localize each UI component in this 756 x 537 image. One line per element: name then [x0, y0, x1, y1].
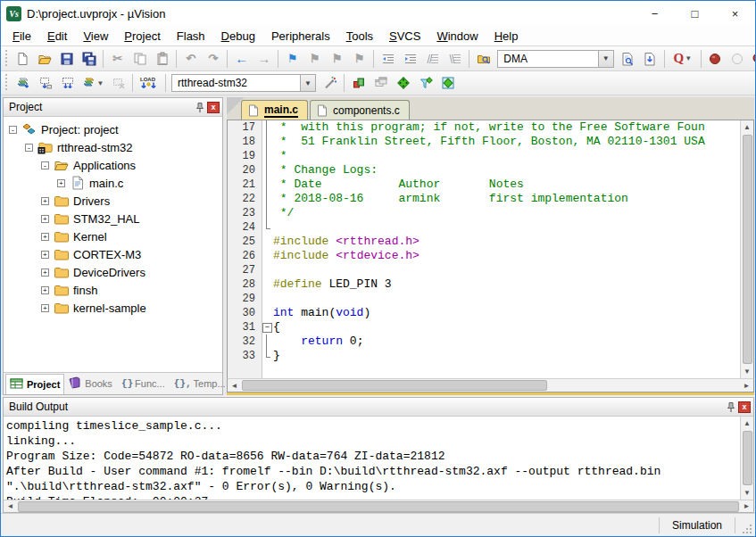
target-combo-value[interactable]: rtthread-stm32 — [172, 77, 300, 89]
code-line[interactable]: 17 * with this program; if not, write to… — [228, 120, 740, 135]
project-panel-close-icon[interactable]: x — [207, 102, 220, 113]
tree-item-kernel[interactable]: + Kernel — [4, 227, 222, 245]
scroll-right-icon[interactable]: ► — [740, 379, 753, 392]
scroll-down-icon[interactable]: ▼ — [741, 365, 754, 378]
search-combo[interactable]: DMA ▼ — [497, 50, 614, 68]
bookmark-toggle-button[interactable]: ⚑ — [281, 48, 303, 69]
code-line[interactable]: 28#define LED_PIN 3 — [228, 277, 740, 292]
tree-item-label[interactable]: kernel-sample — [73, 302, 146, 315]
help-search-button[interactable]: Q▼ — [668, 48, 698, 69]
tree-item-cortex-m3[interactable]: + CORTEX-M3 — [4, 245, 222, 263]
expand-toggle[interactable]: + — [41, 268, 49, 277]
fold-collapse-marker[interactable] — [262, 320, 273, 335]
help-search-dropdown[interactable]: ▼ — [685, 54, 692, 62]
build-output-vertical-scrollbar[interactable]: ▲ ▼ — [740, 417, 753, 500]
code-line[interactable]: 20 * Change Logs: — [228, 163, 740, 178]
menu-peripherals[interactable]: Peripherals — [263, 28, 338, 45]
tree-item-label[interactable]: Applications — [73, 159, 136, 172]
target-options-button[interactable] — [319, 73, 341, 94]
rebuild-button[interactable] — [56, 73, 79, 94]
code-line[interactable]: 31{ — [228, 320, 740, 335]
breakpoint-button[interactable] — [704, 48, 727, 69]
build-button[interactable] — [34, 73, 56, 94]
scroll-up-icon[interactable]: ▲ — [741, 120, 754, 134]
undo-button[interactable]: ↶ — [179, 48, 202, 69]
tree-item-label[interactable]: main.c — [89, 177, 123, 190]
new-file-button[interactable] — [11, 48, 33, 69]
incremental-find-button[interactable] — [639, 48, 661, 69]
expand-toggle[interactable]: - — [9, 126, 17, 134]
code-line[interactable]: 22 * 2018-08-16 armink first implementat… — [228, 192, 740, 206]
expand-toggle[interactable]: + — [41, 286, 49, 294]
menu-svcs[interactable]: SVCS — [381, 28, 428, 45]
tree-item-rtthread-stm32[interactable]: - rtthread-stm32 — [4, 138, 222, 156]
code-line[interactable]: 24 — [228, 220, 740, 235]
scroll-left-icon[interactable]: ◄ — [4, 500, 17, 513]
redo-button[interactable]: ↷ — [202, 48, 224, 69]
open-file-button[interactable] — [33, 48, 55, 69]
tree-item-stm32-hal[interactable]: + STM32_HAL — [4, 210, 222, 227]
find-in-files-button[interactable] — [472, 48, 494, 69]
code-line[interactable]: 29 — [228, 292, 740, 306]
filter-packs-button[interactable] — [414, 73, 436, 94]
nav-forward-button[interactable]: → — [253, 48, 275, 69]
scrollbar-thumb[interactable] — [743, 431, 752, 485]
pin-icon[interactable] — [193, 101, 207, 114]
toolbar-grip[interactable] — [4, 74, 9, 92]
menu-file[interactable]: File — [4, 28, 39, 45]
menu-view[interactable]: View — [75, 28, 116, 45]
code-line[interactable]: 21 * Date Author Notes — [228, 178, 740, 192]
breakpoint-disable-button[interactable] — [727, 48, 749, 69]
cascade-windows-button[interactable] — [370, 73, 392, 94]
expand-toggle[interactable]: + — [41, 197, 49, 205]
target-combo[interactable]: rtthread-stm32 ▼ — [171, 74, 316, 92]
menu-tools[interactable]: Tools — [338, 28, 381, 45]
tree-item-label[interactable]: rtthread-stm32 — [57, 141, 133, 154]
code-area[interactable]: 17 * with this program; if not, write to… — [228, 120, 740, 378]
tab-project[interactable]: Project — [5, 374, 64, 394]
tab-templates[interactable]: {}, Temp... — [170, 376, 229, 392]
code-line[interactable]: 27 — [228, 263, 740, 277]
uncomment-button[interactable] — [444, 48, 466, 69]
editor-tab-components-c[interactable]: components.c — [310, 100, 410, 120]
pack-installer-button[interactable] — [392, 73, 414, 94]
toolbar-grip[interactable] — [4, 50, 8, 68]
editor-horizontal-scrollbar[interactable]: ◄ ► — [227, 378, 754, 392]
resize-grip[interactable] — [735, 514, 755, 536]
scroll-left-icon[interactable]: ◄ — [228, 379, 241, 392]
expand-toggle[interactable]: + — [41, 215, 49, 223]
expand-toggle[interactable]: + — [41, 233, 49, 241]
minimize-button[interactable]: − — [635, 1, 675, 26]
breakpoint-kill-button[interactable] — [751, 48, 755, 69]
manage-rte-button[interactable] — [347, 73, 370, 94]
cut-button[interactable]: ✂ — [106, 48, 129, 69]
paste-button[interactable] — [151, 48, 173, 69]
tree-item-label[interactable]: Drivers — [73, 194, 110, 208]
expand-toggle[interactable]: + — [41, 304, 49, 312]
nav-back-button[interactable]: ← — [230, 48, 253, 69]
indent-button[interactable] — [377, 48, 399, 69]
search-combo-value[interactable]: DMA — [498, 53, 598, 65]
build-output-horizontal-scrollbar[interactable]: ◄ ► — [4, 500, 753, 512]
tree-item-label[interactable]: CORTEX-M3 — [73, 248, 141, 261]
tab-functions[interactable]: {} Func... — [118, 376, 169, 392]
code-line[interactable]: 18 * 51 Franklin Street, Fifth Floor, Bo… — [228, 135, 740, 149]
expand-toggle[interactable]: + — [41, 251, 49, 259]
save-button[interactable] — [55, 48, 78, 69]
tree-item-devicedrivers[interactable]: + DeviceDrivers — [4, 263, 222, 281]
tree-item-project-root[interactable]: - Project: project — [4, 120, 222, 138]
tree-item-main-c[interactable]: + main.c — [4, 174, 222, 192]
stop-build-button[interactable] — [107, 73, 129, 94]
menu-project[interactable]: Project — [116, 28, 168, 45]
tree-item-label[interactable]: finsh — [73, 284, 97, 297]
tree-item-applications[interactable]: - Applications — [4, 156, 222, 174]
code-line[interactable]: 19 * — [228, 149, 740, 163]
scrollbar-thumb[interactable] — [743, 135, 752, 364]
bookmark-next-button[interactable]: ⚑ — [326, 48, 348, 69]
pin-icon[interactable] — [724, 401, 738, 414]
expand-toggle[interactable]: - — [25, 144, 33, 152]
scrollbar-thumb[interactable] — [18, 501, 739, 512]
target-combo-dropdown[interactable]: ▼ — [300, 75, 315, 91]
tree-item-drivers[interactable]: + Drivers — [4, 192, 222, 210]
scroll-up-icon[interactable]: ▲ — [741, 417, 754, 430]
